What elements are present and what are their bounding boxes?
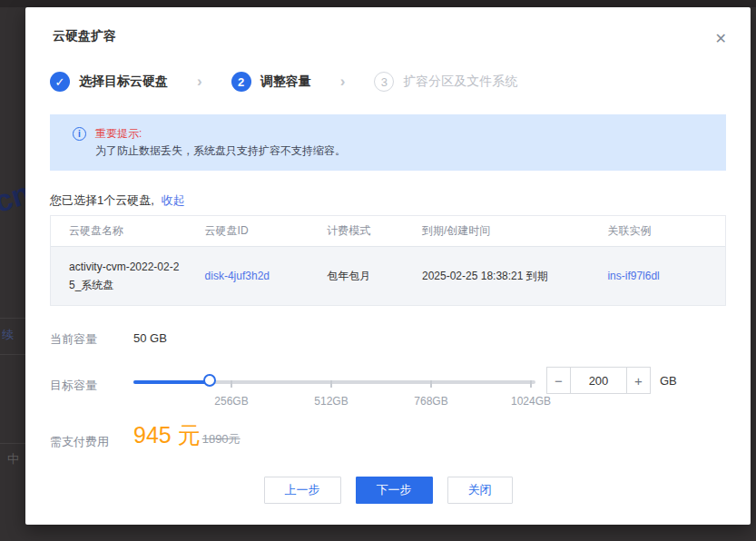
- col-header-instance: 关联实例: [589, 223, 725, 239]
- cost-display: 945 元 1890元: [133, 420, 241, 450]
- col-header-disk-name: 云硬盘名称: [51, 221, 187, 240]
- background-row-divider: [0, 354, 25, 355]
- cost-label: 需支付费用: [50, 434, 109, 450]
- close-icon[interactable]: ✕: [715, 32, 727, 46]
- step-wizard: ✓ 选择目标云硬盘 › 2 调整容量 › 3 扩容分区及文件系统: [50, 72, 517, 92]
- tick-label-512: 512GB: [314, 395, 348, 408]
- current-capacity-label: 当前容量: [50, 331, 97, 348]
- slider-tick: [231, 380, 232, 388]
- backdrop-top-band: [0, 0, 756, 7]
- capacity-stepper: − +: [546, 367, 651, 394]
- slider-handle[interactable]: [203, 374, 216, 387]
- info-icon: i: [73, 127, 86, 141]
- tick-label-1024: 1024GB: [511, 395, 551, 408]
- alert-text: 重要提示: 为了防止数据丢失，系统盘只支持扩容不支持缩容。: [95, 125, 346, 171]
- tick-label-256: 256GB: [214, 395, 248, 408]
- disk-id-link[interactable]: disk-4juf3h2d: [205, 270, 270, 282]
- alert-title: 重要提示:: [95, 125, 346, 143]
- background-text-fragment: 中: [7, 451, 19, 467]
- col-header-billing-mode: 计费模式: [309, 223, 404, 239]
- table-header-row: 云硬盘名称 云硬盘ID 计费模式 到期/创建时间 关联实例: [51, 216, 725, 247]
- capacity-slider[interactable]: [133, 374, 535, 390]
- slider-tick-labels: 256GB 512GB 768GB 1024GB: [133, 395, 535, 408]
- col-header-expire-time: 到期/创建时间: [404, 223, 589, 239]
- selection-summary: 您已选择1个云硬盘, 收起: [50, 192, 184, 209]
- step-select-disk: ✓ 选择目标云硬盘: [50, 72, 168, 92]
- billing-mode: 包年包月: [309, 269, 404, 284]
- background-row-divider: [0, 443, 25, 444]
- expire-time: 2025-02-25 18:38:21 到期: [404, 269, 589, 284]
- table-row: activity-cvm-2022-02-25_系统盘 disk-4juf3h2…: [51, 247, 725, 305]
- step-label: 选择目标云硬盘: [79, 74, 168, 90]
- background-row-divider: [0, 318, 25, 319]
- slider-fill: [133, 380, 211, 384]
- current-capacity-value: 50 GB: [133, 331, 167, 345]
- slider-tick: [430, 380, 432, 388]
- step-adjust-capacity: 2 调整容量: [231, 72, 311, 92]
- capacity-input[interactable]: [571, 367, 626, 394]
- disk-expand-dialog: 云硬盘扩容 ✕ ✓ 选择目标云硬盘 › 2 调整容量 › 3 扩容分区及文件系统…: [25, 7, 751, 525]
- chevron-right-icon: ›: [197, 73, 202, 91]
- col-header-disk-id: 云硬盘ID: [187, 223, 309, 239]
- check-icon: ✓: [50, 72, 70, 92]
- close-button[interactable]: 关闭: [447, 477, 513, 504]
- selection-text: 您已选择1个云硬盘,: [50, 193, 154, 207]
- chevron-right-icon: ›: [340, 73, 346, 91]
- important-notice-alert: i 重要提示: 为了防止数据丢失，系统盘只支持扩容不支持缩容。: [50, 114, 726, 171]
- background-renew-link-fragment: 续: [2, 327, 14, 343]
- capacity-unit-label: GB: [660, 374, 677, 388]
- dialog-title: 云硬盘扩容: [53, 28, 116, 44]
- step-label: 调整容量: [260, 74, 311, 90]
- step-label: 扩容分区及文件系统: [403, 74, 517, 90]
- instance-link[interactable]: ins-if97l6dl: [607, 270, 659, 282]
- step-number: 3: [374, 72, 394, 92]
- dialog-footer: 上一步 下一步 关闭: [25, 477, 751, 504]
- collapse-link[interactable]: 收起: [161, 193, 184, 207]
- slider-tick: [530, 380, 532, 388]
- plus-button[interactable]: +: [626, 367, 651, 394]
- target-capacity-label: 目标容量: [50, 378, 97, 394]
- price-value: 945 元: [133, 420, 201, 450]
- minus-button[interactable]: −: [546, 367, 571, 394]
- tick-label-768: 768GB: [414, 395, 447, 408]
- step-number: 2: [231, 72, 251, 92]
- prev-step-button[interactable]: 上一步: [264, 477, 341, 504]
- disk-name: activity-cvm-2022-02-25_系统盘: [51, 258, 187, 295]
- slider-tick: [330, 380, 332, 388]
- alert-message: 为了防止数据丢失，系统盘只支持扩容不支持缩容。: [95, 143, 346, 160]
- selected-disk-table: 云硬盘名称 云硬盘ID 计费模式 到期/创建时间 关联实例 activity-c…: [50, 215, 726, 306]
- step-expand-partition: 3 扩容分区及文件系统: [374, 72, 517, 92]
- next-step-button[interactable]: 下一步: [356, 477, 433, 504]
- original-price-value: 1890元: [202, 431, 241, 448]
